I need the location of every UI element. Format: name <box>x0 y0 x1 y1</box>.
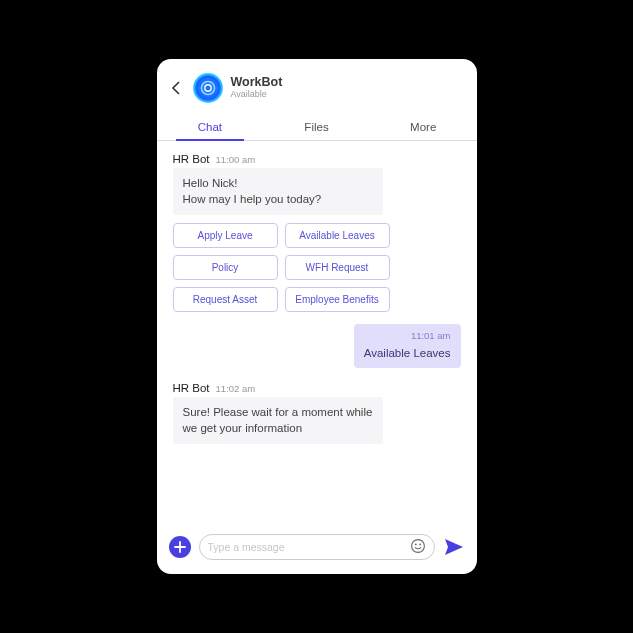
message-timestamp: 11:01 am <box>364 330 451 341</box>
bot-bubble: Sure! Please wait for a moment while we … <box>173 397 383 444</box>
message-timestamp: 11:02 am <box>216 383 256 394</box>
send-button[interactable] <box>443 536 465 558</box>
chip-request-asset[interactable]: Request Asset <box>173 287 278 312</box>
bot-bubble: Hello Nick! How may I help you today? <box>173 168 383 215</box>
header-title-block: WorkBot Available <box>231 76 283 100</box>
message-line: Hello Nick! <box>183 176 373 192</box>
chat-window: WorkBot Available Chat Files More HR Bot… <box>157 59 477 574</box>
chip-policy[interactable]: Policy <box>173 255 278 280</box>
user-bubble: 11:01 am Available Leaves <box>354 324 461 368</box>
add-attachment-button[interactable] <box>169 536 191 558</box>
tab-files[interactable]: Files <box>263 113 370 140</box>
send-icon <box>444 538 464 556</box>
message-line: How may I help you today? <box>183 192 373 208</box>
message-text: Available Leaves <box>364 347 451 359</box>
chevron-left-icon <box>171 81 183 95</box>
message-input[interactable] <box>208 541 404 553</box>
bot-name: WorkBot <box>231 76 283 90</box>
sender-name: HR Bot <box>173 153 210 165</box>
user-message: 11:01 am Available Leaves <box>173 324 461 368</box>
message-input-wrap <box>199 534 435 560</box>
plus-icon <box>174 541 186 553</box>
tab-more[interactable]: More <box>370 113 477 140</box>
bot-message: HR Bot 11:00 am Hello Nick! How may I he… <box>173 153 461 312</box>
emoji-button[interactable] <box>410 538 426 556</box>
message-list: HR Bot 11:00 am Hello Nick! How may I he… <box>157 141 477 526</box>
message-meta: HR Bot 11:02 am <box>173 382 461 394</box>
bot-status: Available <box>231 90 283 100</box>
chip-apply-leave[interactable]: Apply Leave <box>173 223 278 248</box>
message-meta: HR Bot 11:00 am <box>173 153 461 165</box>
back-button[interactable] <box>167 78 187 98</box>
composer <box>157 526 477 574</box>
chip-employee-benefits[interactable]: Employee Benefits <box>285 287 390 312</box>
bot-avatar <box>193 73 223 103</box>
bot-message: HR Bot 11:02 am Sure! Please wait for a … <box>173 382 461 444</box>
bot-avatar-icon <box>197 77 219 99</box>
chip-wfh-request[interactable]: WFH Request <box>285 255 390 280</box>
sender-name: HR Bot <box>173 382 210 394</box>
quick-replies: Apply Leave Available Leaves Policy WFH … <box>173 223 408 312</box>
tab-chat[interactable]: Chat <box>157 113 264 140</box>
chip-available-leaves[interactable]: Available Leaves <box>285 223 390 248</box>
svg-point-3 <box>411 540 424 553</box>
svg-point-5 <box>419 544 421 546</box>
tabs: Chat Files More <box>157 113 477 141</box>
header: WorkBot Available <box>157 59 477 113</box>
svg-point-4 <box>414 544 416 546</box>
message-timestamp: 11:00 am <box>216 154 256 165</box>
smiley-icon <box>410 538 426 554</box>
